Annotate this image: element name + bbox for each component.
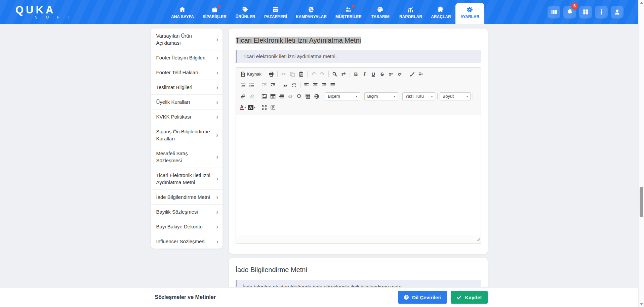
chevron-right-icon: ›	[216, 70, 218, 75]
font-combo[interactable]: Yazı Türü▾	[402, 92, 435, 100]
table-button[interactable]	[269, 92, 277, 100]
sidebar-item[interactable]: Bayi Bakiye Dekontu ›	[151, 219, 223, 234]
subscript-button[interactable]: x2	[387, 70, 395, 78]
chevron-right-icon: ›	[216, 195, 218, 200]
chevron-right-icon: ›	[216, 85, 218, 90]
sidebar-item[interactable]: Ticari Elektronik İleti İzni Aydınlatma …	[151, 168, 223, 190]
undo-button[interactable]: ↶	[309, 70, 318, 78]
blockquote-button[interactable]: ”	[281, 81, 290, 89]
notification-badge: 6	[571, 3, 578, 10]
strikethrough-button[interactable]: S	[378, 70, 387, 78]
print-button[interactable]	[267, 70, 276, 78]
scroll-up-arrow[interactable]	[639, 0, 644, 5]
unlink-button[interactable]	[247, 92, 256, 100]
nav-ayarlar[interactable]: AYARLAR	[455, 3, 484, 24]
background-color-button[interactable]: A ▾	[247, 103, 256, 112]
chevron-right-icon: ›	[216, 239, 218, 244]
show-blocks-button[interactable]	[269, 103, 277, 112]
sidebar-item[interactable]: Bayilik Sözleşmesi ›	[151, 205, 223, 219]
nav-musteriler[interactable]: MÜŞTERİLER	[331, 3, 366, 24]
image-button[interactable]	[260, 92, 269, 100]
sidebar-item[interactable]: İade Bilgilendirme Metni ›	[151, 190, 223, 205]
page-break-button[interactable]	[304, 92, 312, 100]
nav-tasarim[interactable]: TASARIM	[366, 3, 395, 24]
main-column: Ticari Elektronik İleti İzni Aydınlatma …	[229, 29, 488, 303]
increase-indent-button[interactable]	[269, 81, 277, 89]
save-button[interactable]: Kaydet	[451, 291, 487, 304]
toolbar-row-2: ” DIV</>	[238, 80, 479, 91]
scroll-down-arrow[interactable]	[639, 302, 644, 307]
superscript-button[interactable]: x2	[395, 70, 404, 78]
chevron-down-icon: ▾	[394, 94, 395, 98]
brand-logo[interactable]: QUKA S O F T	[15, 0, 79, 24]
nav-araclar[interactable]: ARAÇLAR	[427, 3, 455, 24]
nav-urunler[interactable]: ÜRÜNLER	[231, 3, 260, 24]
globe-icon	[404, 295, 409, 300]
align-center-button[interactable]	[311, 81, 320, 89]
brand-subname: S O F T	[35, 15, 79, 19]
nav-raporlar[interactable]: RAPORLAR	[395, 3, 427, 24]
underline-button[interactable]: U	[369, 70, 378, 78]
copy-button[interactable]	[288, 70, 297, 78]
redo-button[interactable]: ↷	[318, 70, 327, 78]
user-button[interactable]	[611, 6, 623, 18]
numbered-list-button[interactable]	[239, 81, 247, 89]
sidebar-item[interactable]: Influencer Sözleşmesi ›	[151, 234, 223, 249]
div-container-button[interactable]: DIV</>	[290, 81, 298, 89]
special-char-button[interactable]: Ω	[295, 92, 304, 100]
sidebar-item[interactable]: Varsayılan Ürün Açıklaması ›	[151, 29, 223, 50]
maximize-button[interactable]	[260, 103, 269, 112]
sidebar-item[interactable]: Teslimat Bilgileri ›	[151, 80, 223, 95]
sidebar-item[interactable]: KVKK Politikası ›	[151, 109, 223, 124]
info-button[interactable]	[595, 6, 608, 18]
chevron-right-icon: ›	[216, 176, 218, 181]
italic-button[interactable]: I	[360, 70, 369, 78]
scrollbar-thumb[interactable]	[640, 187, 643, 217]
styles-combo[interactable]: Biçem▾	[325, 92, 360, 100]
align-right-button[interactable]	[320, 81, 328, 89]
sidebar-item[interactable]: Footer Telif Hakları ›	[151, 65, 223, 80]
chevron-right-icon: ›	[216, 133, 218, 137]
copy-formatting-button[interactable]	[408, 70, 416, 78]
barcode-button[interactable]	[548, 6, 560, 18]
sidebar-item[interactable]: Footer İletişim Bilgileri ›	[151, 50, 223, 65]
storefront-icon	[272, 6, 279, 13]
puzzle-icon	[438, 6, 444, 13]
chevron-right-icon: ›	[216, 55, 218, 60]
sidebar-item[interactable]: Sipariş Ön Bilgilendirme Kuralları ›	[151, 124, 223, 146]
footer-page-title: Sözleşmeler ve Metinler	[151, 294, 216, 300]
bulleted-list-button[interactable]	[247, 81, 256, 89]
align-justify-button[interactable]	[328, 81, 337, 89]
find-button[interactable]	[330, 70, 339, 78]
nav-kampanyalar[interactable]: KAMPANYALAR	[291, 3, 331, 24]
bold-button[interactable]: B	[352, 70, 360, 78]
notifications-button[interactable]: 6	[563, 6, 576, 18]
text-color-button[interactable]: A ▾	[239, 103, 247, 112]
horizontal-line-button[interactable]	[277, 92, 286, 100]
iframe-button[interactable]	[312, 92, 321, 100]
source-button[interactable]: Kaynak	[239, 70, 263, 78]
decrease-indent-button[interactable]	[260, 81, 269, 89]
cut-button[interactable]: ✂	[279, 70, 288, 78]
toolbar-row-4: A ▾ A ▾	[238, 102, 479, 113]
remove-format-button[interactable]: Tx	[416, 70, 425, 78]
apps-grid-button[interactable]	[579, 6, 592, 18]
link-button[interactable]	[239, 92, 247, 100]
size-combo[interactable]: Boyut▾	[440, 92, 471, 100]
replace-button[interactable]: ⇄	[339, 70, 348, 78]
sidebar-item[interactable]: Üyelik Kuralları ›	[151, 95, 223, 109]
editor-content-area[interactable]	[236, 115, 481, 235]
panel-title: İade Bilgilendirme Metni	[236, 265, 481, 275]
nav-ana-sayfa[interactable]: ANA SAYFA	[167, 3, 198, 24]
nav-pazaryeri[interactable]: PAZARYERİ	[260, 3, 291, 24]
page-scrollbar[interactable]	[638, 0, 644, 307]
paste-button[interactable]	[297, 70, 306, 78]
sidebar-item[interactable]: Mesafeli Satış Sözleşmesi ›	[151, 146, 223, 168]
translate-button[interactable]: Dil Çevirileri	[398, 291, 447, 304]
align-left-button[interactable]	[302, 81, 311, 89]
resize-handle-icon[interactable]	[476, 237, 480, 243]
format-combo[interactable]: Biçim▾	[364, 92, 398, 100]
nav-siparisler[interactable]: SİPARİŞLER	[198, 3, 231, 24]
smiley-button[interactable]: ☺	[286, 92, 295, 100]
users-icon	[345, 6, 352, 13]
